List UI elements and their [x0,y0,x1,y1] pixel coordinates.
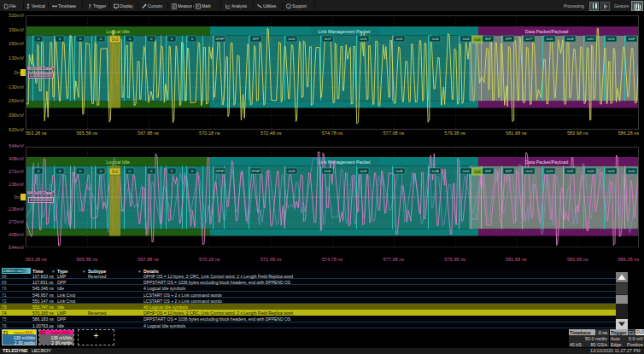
svg-text:U: U [191,170,194,173]
svg-text:0x0F: 0x0F [628,38,635,41]
svg-text:U: U [59,38,61,41]
svg-text:U: U [150,170,153,173]
svg-text:0x06: 0x06 [432,38,439,41]
svg-text:Link Management Packet: Link Management Packet [319,159,371,164]
svg-text:0x04: 0x04 [463,38,470,41]
svg-text:0x08: 0x08 [567,38,574,41]
svg-text:0x00: 0x00 [325,170,331,173]
svg-text:0x3: 0x3 [475,170,482,174]
svg-text:Link Management Packet: Link Management Packet [319,29,371,34]
svg-text:U: U [150,38,153,41]
svg-text:0x00: 0x00 [289,38,296,41]
svg-text:0x00: 0x00 [588,170,594,173]
svg-text:Data Packet/Payload: Data Packet/Payload [525,29,568,34]
svg-text:SDP: SDP [485,38,492,41]
svg-text:SDP: SDP [485,170,492,173]
svg-text:LI: LI [128,170,131,173]
svg-text:U: U [79,38,82,41]
svg-text:Data Packet/Payload: Data Packet/Payload [525,159,568,164]
svg-text:DPP: DPP [253,38,260,41]
svg-text:0x0: 0x0 [112,170,119,174]
svg-text:0x05: 0x05 [547,38,553,41]
svg-text:0x77: 0x77 [526,38,533,41]
svg-text:DPHP: DPHP [215,170,225,173]
svg-text:DPHP: DPHP [215,38,225,41]
svg-text:0x1F: 0x1F [566,170,574,173]
svg-text:0x0E: 0x0E [395,170,403,173]
svg-text:0x00: 0x00 [289,170,296,173]
svg-text:0x06: 0x06 [360,170,367,173]
svg-text:0x00: 0x00 [608,170,615,173]
svg-text:0x1D: 0x1D [546,170,553,173]
svg-text:0x3: 0x3 [475,38,482,42]
svg-text:U: U [191,38,194,41]
svg-text:U: U [171,170,173,173]
svg-text:U: U [38,38,40,41]
svg-text:0x3: 0x3 [112,38,119,42]
svg-text:LI: LI [79,170,81,173]
svg-text:i: i [289,3,290,8]
svg-text:0x0C: 0x0C [587,38,594,41]
svg-text:0x00: 0x00 [629,170,635,173]
svg-text:0x05: 0x05 [360,38,367,41]
svg-text:U: U [100,38,102,41]
svg-text:U: U [100,170,102,173]
svg-text:0x07: 0x07 [325,38,331,41]
svg-text:0x0A: 0x0A [431,170,439,173]
svg-text:0x05: 0x05 [396,38,403,41]
svg-text:DPHP: DPHP [251,170,261,173]
svg-text:Logical Idle: Logical Idle [106,159,129,164]
svg-text:Logical Idle: Logical Idle [106,29,129,34]
svg-text:0x10: 0x10 [526,170,533,173]
svg-text:0x00: 0x00 [463,170,470,173]
svg-text:U: U [129,38,132,41]
svg-text:U: U [171,38,173,41]
svg-text:0x50: 0x50 [608,38,615,41]
svg-text:DPP: DPP [506,38,512,41]
svg-text:U: U [59,170,61,173]
svg-text:SDP: SDP [506,170,512,173]
svg-text:U: U [38,170,40,173]
